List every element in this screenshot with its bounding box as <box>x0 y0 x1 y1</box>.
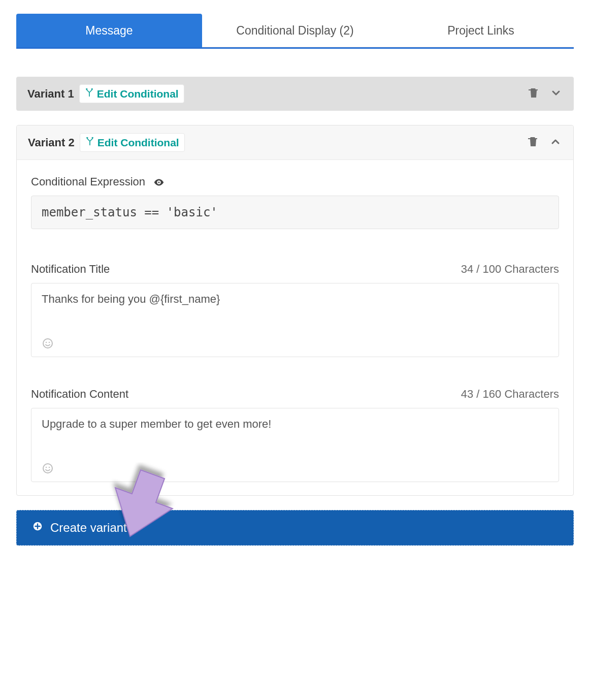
notification-content-value[interactable]: Upgrade to a super member to get even mo… <box>42 417 548 432</box>
smile-icon <box>42 467 54 476</box>
tab-conditional-display[interactable]: Conditional Display (2) <box>202 14 388 47</box>
variant-2-title: Variant 2 <box>28 136 75 149</box>
conditional-expression-label-row: Conditional Expression <box>31 175 559 188</box>
notification-title-label-row: Notification Title 34 / 100 Characters <box>31 263 559 276</box>
branch-icon <box>85 136 94 149</box>
variant-1-title: Variant 1 <box>27 87 74 101</box>
variant-2-body: Conditional Expression member_status == … <box>17 160 573 495</box>
variant-2-card: Variant 2 Edit Conditional Conditional E… <box>16 125 574 496</box>
notification-content-field[interactable]: Upgrade to a super member to get even mo… <box>31 408 559 482</box>
smile-icon <box>42 342 54 351</box>
notification-content-label: Notification Content <box>31 388 128 401</box>
conditional-expression-value[interactable]: member_status == 'basic' <box>31 196 559 229</box>
tab-project-links[interactable]: Project Links <box>388 14 574 47</box>
chevron-down-icon <box>550 87 562 101</box>
edit-conditional-button[interactable]: Edit Conditional <box>79 84 184 103</box>
main-panel: Variant 1 Edit Conditional Variant 2 Edi… <box>0 49 590 551</box>
edit-conditional-label: Edit Conditional <box>97 88 179 100</box>
notification-title-value[interactable]: Thanks for being you @{first_name} <box>42 292 548 307</box>
edit-conditional-label: Edit Conditional <box>97 137 179 149</box>
edit-conditional-button[interactable]: Edit Conditional <box>80 133 185 152</box>
notification-title-label: Notification Title <box>31 263 110 276</box>
chevron-up-icon <box>549 136 562 150</box>
delete-variant-button[interactable] <box>526 135 541 150</box>
conditional-expression-label: Conditional Expression <box>31 175 145 188</box>
notification-content-counter: 43 / 160 Characters <box>461 388 559 401</box>
expand-variant-button[interactable] <box>548 86 564 102</box>
emoji-picker-button[interactable] <box>42 467 54 476</box>
variant-2-header: Variant 2 Edit Conditional <box>17 125 573 160</box>
delete-variant-button[interactable] <box>526 86 541 102</box>
collapse-variant-button[interactable] <box>548 135 563 150</box>
notification-title-field[interactable]: Thanks for being you @{first_name} <box>31 283 559 357</box>
emoji-picker-button[interactable] <box>42 342 54 351</box>
notification-title-counter: 34 / 100 Characters <box>461 263 559 276</box>
notification-content-label-row: Notification Content 43 / 160 Characters <box>31 388 559 401</box>
trash-icon <box>527 136 539 150</box>
create-variant-button[interactable]: Create variant <box>16 510 574 546</box>
variant-1-header: Variant 1 Edit Conditional <box>16 77 574 111</box>
eye-icon[interactable] <box>153 175 165 188</box>
tab-message[interactable]: Message <box>16 14 202 47</box>
branch-icon <box>85 87 94 100</box>
plus-circle-icon <box>32 521 43 535</box>
create-variant-label: Create variant <box>50 521 127 535</box>
tab-bar: Message Conditional Display (2) Project … <box>16 14 574 49</box>
trash-icon <box>528 87 540 101</box>
